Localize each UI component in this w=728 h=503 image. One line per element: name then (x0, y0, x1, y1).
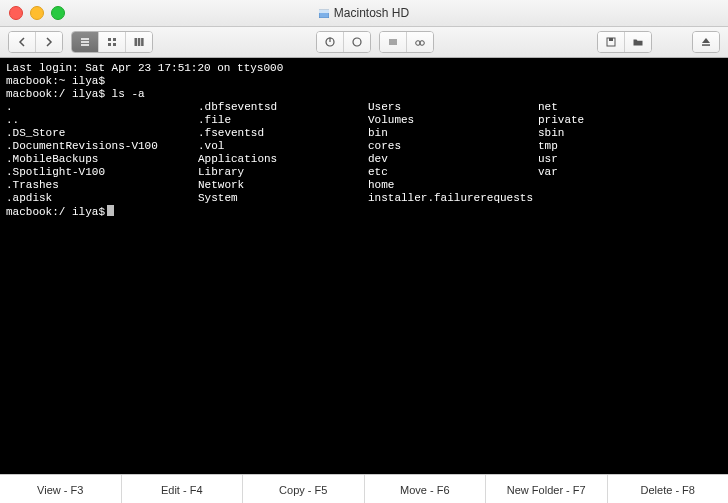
view-mode-buttons (71, 31, 153, 53)
svg-rect-7 (138, 38, 141, 46)
ls-row-0: ..dbfseventsdUsersnet (6, 101, 722, 114)
circle-button[interactable] (344, 32, 370, 52)
binoculars-icon[interactable] (407, 32, 433, 52)
footer-move[interactable]: Move - F6 (365, 475, 487, 503)
ls-row-3: .DocumentRevisions-V100.volcorestmp (6, 140, 722, 153)
close-button[interactable] (9, 6, 23, 20)
zoom-button[interactable] (51, 6, 65, 20)
footer-copy[interactable]: Copy - F5 (243, 475, 365, 503)
column-view-button[interactable] (126, 32, 152, 52)
ls-row-6: .TrashesNetworkhome (6, 179, 722, 192)
icon-view-button[interactable] (99, 32, 126, 52)
minimize-button[interactable] (30, 6, 44, 20)
svg-rect-3 (113, 38, 116, 41)
center-buttons-1 (316, 31, 371, 53)
svg-rect-4 (108, 43, 111, 46)
svg-rect-1 (319, 10, 329, 13)
list-view-button[interactable] (72, 32, 99, 52)
last-login-line: Last login: Sat Apr 23 17:51:20 on ttys0… (6, 62, 722, 75)
footer-view[interactable]: View - F3 (0, 475, 122, 503)
window-title-text: Macintosh HD (334, 6, 409, 20)
prompt-line-2: macbook:/ ilya$ ls -a (6, 88, 722, 101)
ls-row-4: .MobileBackupsApplicationsdevusr (6, 153, 722, 166)
lines-button[interactable] (380, 32, 407, 52)
ls-row-7: .apdiskSysteminstaller.failurerequests (6, 192, 722, 205)
forward-button[interactable] (36, 32, 62, 52)
eject-icon[interactable] (693, 32, 719, 52)
ls-row-2: .DS_Store.fseventsdbinsbin (6, 127, 722, 140)
prompt-line-1: macbook:~ ilya$ (6, 75, 722, 88)
window-title: Macintosh HD (0, 6, 728, 20)
ls-row-5: .Spotlight-V100Libraryetcvar (6, 166, 722, 179)
svg-rect-6 (135, 38, 138, 46)
svg-rect-0 (319, 10, 329, 18)
footer-edit[interactable]: Edit - F4 (122, 475, 244, 503)
right-buttons-2 (692, 31, 720, 53)
cursor (107, 205, 114, 216)
power-icon[interactable] (317, 32, 344, 52)
center-buttons-2 (379, 31, 434, 53)
svg-point-11 (353, 38, 361, 46)
titlebar: Macintosh HD (0, 0, 728, 27)
svg-rect-15 (609, 38, 613, 41)
footer-newfolder[interactable]: New Folder - F7 (486, 475, 608, 503)
right-buttons-1 (597, 31, 652, 53)
folder-icon[interactable] (625, 32, 651, 52)
prompt-line-3: macbook:/ ilya$ (6, 205, 722, 219)
traffic-lights (0, 6, 65, 20)
svg-rect-16 (702, 44, 710, 46)
svg-rect-8 (141, 38, 144, 46)
ls-row-1: ...fileVolumesprivate (6, 114, 722, 127)
volume-icon (319, 7, 329, 17)
svg-rect-5 (113, 43, 116, 46)
save-icon[interactable] (598, 32, 625, 52)
terminal-pane[interactable]: Last login: Sat Apr 23 17:51:20 on ttys0… (0, 58, 728, 474)
toolbar (0, 27, 728, 58)
footer-delete[interactable]: Delete - F8 (608, 475, 729, 503)
back-button[interactable] (9, 32, 36, 52)
svg-rect-2 (108, 38, 111, 41)
footer-commands: View - F3 Edit - F4 Copy - F5 Move - F6 … (0, 474, 728, 503)
nav-buttons (8, 31, 63, 53)
